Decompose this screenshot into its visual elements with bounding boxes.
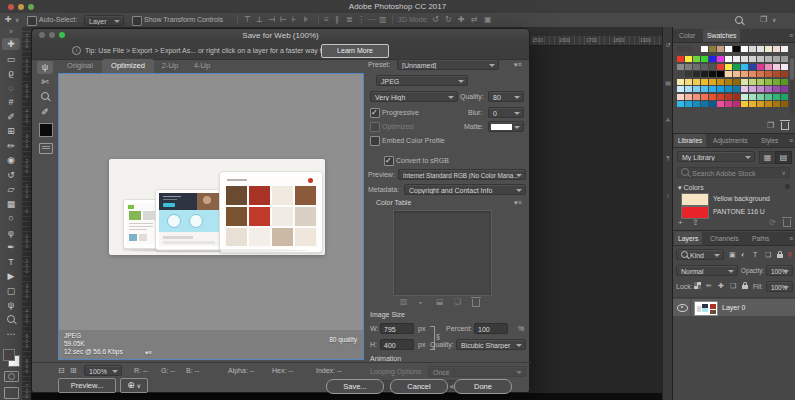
swatch[interactable] (693, 64, 700, 70)
swatch[interactable] (773, 79, 780, 85)
swatch[interactable] (765, 86, 772, 92)
distribute-top-icon[interactable]: ≡ (324, 14, 329, 26)
swatch[interactable] (677, 64, 684, 70)
layer-thumbnail[interactable] (694, 301, 718, 316)
workspace-chevron-icon[interactable]: ∨ (772, 14, 776, 26)
convert-srgb-checkbox[interactable] (384, 156, 394, 166)
rectangle-tool[interactable]: ▢ (2, 285, 20, 297)
swatch[interactable] (677, 101, 684, 107)
swatch[interactable] (725, 46, 732, 52)
swatch[interactable] (765, 71, 772, 77)
swatch[interactable] (701, 94, 708, 100)
quality-stepper[interactable]: 80 (488, 91, 524, 102)
tab-channels[interactable]: Channels (706, 232, 743, 245)
move-tool[interactable]: ✚ (2, 38, 20, 50)
done-button[interactable]: Done (454, 379, 512, 394)
swatch[interactable] (749, 86, 756, 92)
snap-to-web-palette-icon[interactable]: ▨ (400, 297, 408, 306)
zoom-tool[interactable] (2, 314, 20, 326)
lock-all-icon[interactable] (742, 282, 748, 290)
swatch[interactable] (717, 56, 724, 62)
edit-toolbar-icon[interactable]: ⋯ (2, 328, 20, 340)
swatch[interactable] (701, 101, 708, 107)
eyedropper-tool[interactable]: ✐ (37, 106, 53, 119)
swatch[interactable] (765, 94, 772, 100)
swatch[interactable] (725, 101, 732, 107)
color-table[interactable] (393, 210, 492, 296)
swatch[interactable] (749, 71, 756, 77)
collapsed-properties-panel-icon[interactable]: ▤ (664, 79, 672, 86)
library-color-swatch[interactable] (681, 206, 709, 219)
hand-tool[interactable]: ψ (37, 61, 53, 74)
layer-name[interactable]: Layer 0 (722, 304, 745, 311)
swatch[interactable] (685, 101, 692, 107)
eyedropper-color-swatch[interactable] (39, 123, 53, 137)
align-left-edges-icon[interactable]: ⊢ (280, 14, 287, 26)
swatch[interactable] (741, 79, 748, 85)
swatch[interactable] (781, 79, 788, 85)
history-brush-tool[interactable]: ↺ (2, 169, 20, 181)
swatch[interactable] (725, 71, 732, 77)
path-selection-tool[interactable]: ▶ (2, 270, 20, 282)
tab-libraries[interactable]: Libraries (674, 134, 706, 147)
3d-roll-icon[interactable]: ↻ (445, 14, 452, 26)
workspace-switcher-icon[interactable]: ❐ (760, 14, 767, 26)
swatch[interactable] (693, 46, 700, 52)
swatch[interactable] (685, 71, 692, 77)
swatch[interactable] (693, 101, 700, 107)
tool-preset-chevron-icon[interactable]: ∨ (15, 14, 19, 26)
swatch[interactable] (717, 71, 724, 77)
blur-stepper[interactable]: 0 (488, 107, 524, 118)
swatch[interactable] (781, 86, 788, 92)
tab-original[interactable]: Original (58, 59, 102, 73)
swatch[interactable] (765, 101, 772, 107)
lock-artboard-icon[interactable]: ❏ (730, 282, 736, 290)
swatch[interactable] (725, 64, 732, 70)
swatch[interactable] (709, 56, 716, 62)
preview-mode-dropdown[interactable]: Internet Standard RGB (No Color Mana... (398, 169, 526, 180)
swatch[interactable] (709, 101, 716, 107)
type-tool[interactable]: T (2, 256, 20, 268)
swatch[interactable] (773, 56, 780, 62)
swatch[interactable] (709, 64, 716, 70)
status-menu-icon[interactable]: ▾≡ (145, 349, 152, 357)
swatch[interactable] (717, 79, 724, 85)
swatch[interactable] (709, 46, 716, 52)
swatch[interactable] (725, 94, 732, 100)
align-horizontal-centers-icon[interactable]: ⊦ (292, 14, 296, 26)
filter-type-layers-icon[interactable]: T (753, 251, 757, 258)
swatch[interactable] (717, 94, 724, 100)
foreground-color-swatch[interactable] (3, 349, 15, 361)
healing-brush-tool[interactable]: ⊞ (2, 125, 20, 137)
swatch[interactable] (749, 64, 756, 70)
3d-orbit-icon[interactable]: ↺ (432, 14, 439, 26)
swatch[interactable] (725, 86, 732, 92)
swatch[interactable] (757, 56, 764, 62)
library-item[interactable]: PANTONE 116 U (673, 206, 795, 218)
swatch[interactable] (693, 94, 700, 100)
swatch[interactable] (741, 64, 748, 70)
swatch[interactable] (685, 56, 692, 62)
progressive-checkbox[interactable] (370, 108, 380, 118)
clone-stamp-tool[interactable]: ◉ (2, 154, 20, 166)
swatch[interactable] (701, 46, 708, 52)
cancel-button[interactable]: Cancel (390, 379, 448, 394)
embed-color-profile-checkbox[interactable] (370, 136, 380, 146)
crop-tool[interactable]: # (2, 96, 20, 108)
swatch[interactable] (741, 71, 748, 77)
collapsed-character-panel-icon[interactable]: A (664, 117, 672, 123)
web-shift-color-icon[interactable]: ⬓ (436, 297, 444, 306)
library-select-dropdown[interactable]: My Library (677, 151, 755, 162)
optimized-checkbox[interactable] (370, 122, 380, 132)
swatch[interactable] (685, 79, 692, 85)
search-icon[interactable] (735, 16, 743, 25)
library-search-input[interactable]: Search Adobe Stock∨ (677, 167, 790, 178)
swatch[interactable] (757, 94, 764, 100)
swatch[interactable] (685, 86, 692, 92)
swatch[interactable] (685, 64, 692, 70)
screen-mode-icon[interactable] (4, 387, 19, 399)
layer-row[interactable]: Layer 0 (673, 299, 795, 316)
marquee-tool[interactable]: ▭ (2, 53, 20, 65)
lock-transparent-pixels-icon[interactable] (694, 282, 701, 290)
swatch[interactable] (749, 94, 756, 100)
